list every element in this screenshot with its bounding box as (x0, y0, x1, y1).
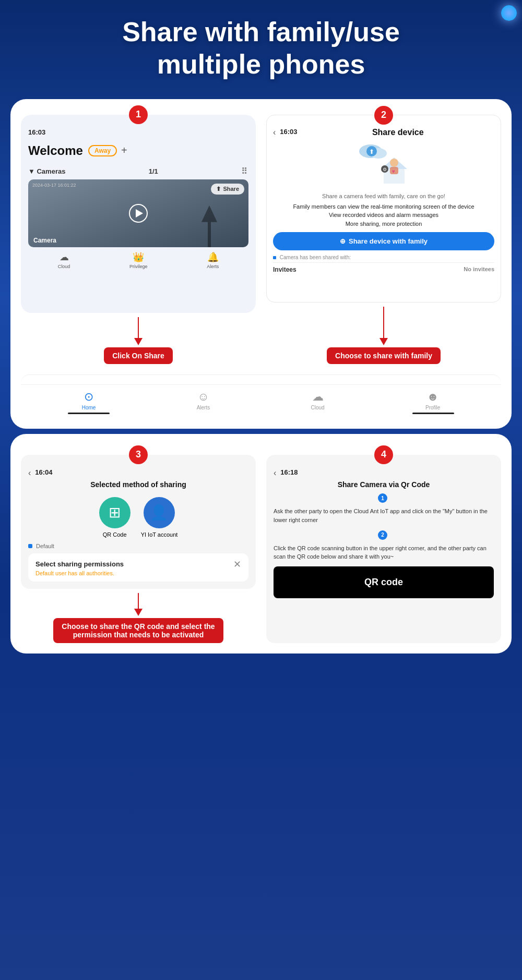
step3-title: Selected method of sharing (28, 480, 248, 489)
step4-title: Share Camera via Qr Code (274, 480, 494, 489)
svg-text:⚙: ⚙ (383, 167, 387, 172)
cameras-header: ▼ Cameras 1/1 ⠿ (28, 166, 248, 176)
step2-arrowhead (379, 338, 388, 345)
default-badge (28, 544, 32, 548)
step1-phone: 1 16:03 Welcome Away + ▼ Cameras 1/1 ⠿ (21, 115, 256, 313)
permission-subtitle: Default user has all authorities. (35, 570, 241, 576)
nav-home[interactable]: ⊙ Home (82, 390, 96, 410)
shared-indicator (273, 256, 276, 259)
step1-label: Click On Share (104, 347, 173, 364)
nav-underlines (21, 413, 501, 414)
step3-annotation-area: Choose to share the QR code and select t… (21, 593, 256, 643)
nav-alerts-icon: ☺ (197, 390, 210, 404)
svg-point-6 (390, 159, 398, 167)
nav-underline-home (68, 413, 110, 414)
step2-time: 16:03 (280, 128, 297, 136)
step2-back-arrow[interactable]: ‹ (273, 128, 276, 137)
step-row-1-2: 1 16:03 Welcome Away + ▼ Cameras 1/1 ⠿ (21, 115, 501, 364)
step3-label: Choose to share the QR code and select t… (53, 618, 223, 643)
step1-annotation-area: Click On Share (104, 317, 173, 364)
step1-arrow-line (138, 317, 139, 338)
step4-bubble: 4 (374, 445, 393, 464)
alerts-icon: 🔔 (207, 251, 219, 263)
svg-text:♥: ♥ (392, 168, 395, 174)
step1-time: 16:03 (28, 128, 45, 136)
camera-name: Camera (33, 237, 56, 244)
camera-feed[interactable]: 2024-03-17 16:01:22 ⬆ Share Camera (28, 179, 248, 247)
nav-underline-gap1 (183, 413, 224, 414)
no-invitees-text: No invitees (464, 266, 494, 273)
step2-features: Family members can view the real-time mo… (273, 202, 494, 228)
grid-dots-icon: ⠿ (241, 166, 248, 176)
step1-away-badge[interactable]: Away (88, 145, 117, 156)
play-button[interactable] (129, 204, 148, 223)
step3-arrowhead (134, 609, 143, 616)
yi-iot-icon-box: 👤 (144, 497, 175, 528)
step3-arrow-line (138, 593, 139, 609)
alerts-icon-item[interactable]: 🔔 Alerts (207, 251, 219, 269)
privilege-icon: 👑 (129, 251, 148, 263)
main-card: 1 16:03 Welcome Away + ▼ Cameras 1/1 ⠿ (10, 99, 512, 429)
steps-3-4-row: 3 ‹ 16:04 Selected method of sharing ⊞ Q… (21, 455, 501, 643)
plus-circle-icon: ⊕ (340, 237, 346, 245)
step4-header: ‹ 16:18 (274, 468, 494, 478)
steps-3-4-card: 3 ‹ 16:04 Selected method of sharing ⊞ Q… (10, 434, 512, 654)
cloud-icon: ☁ (58, 251, 70, 263)
step2-arrow-line (383, 307, 384, 338)
step2-annotation-area: Choose to share with family (327, 307, 441, 364)
step2-bubble: 2 (374, 106, 393, 125)
nav-cloud-icon: ☁ (311, 390, 325, 404)
step4-desc2: Click the QR code scanning button in the… (274, 544, 494, 561)
shared-with-text: Camera has been shared with: (273, 255, 494, 260)
step2-title: Share device (302, 128, 494, 137)
glow-dot (501, 5, 517, 21)
play-triangle-icon (136, 209, 143, 217)
nav-profile-icon: ☻ (425, 390, 440, 404)
step3-panel: 3 ‹ 16:04 Selected method of sharing ⊞ Q… (21, 455, 256, 589)
nav-underline-gap2 (298, 413, 339, 414)
step2-panel: 2 ‹ 16:03 Share device (266, 115, 501, 303)
qr-code-box: QR code (274, 566, 494, 598)
invitees-row: Invitees No invitees (273, 262, 494, 273)
step4-column: 4 ‹ 16:18 Share Camera via Qr Code 1 Ask… (266, 455, 501, 643)
step4-desc1: Ask the other party to open the Cloud An… (274, 507, 494, 524)
qr-code-option[interactable]: ⊞ QR Code (99, 497, 130, 538)
cloud-icon-item[interactable]: ☁ Cloud (58, 251, 70, 269)
camera-date: 2024-03-17 16:01:22 (32, 183, 76, 188)
step4-step1-row: 1 Ask the other party to open the Cloud … (274, 493, 494, 525)
nav-cloud[interactable]: ☁ Cloud (311, 390, 325, 410)
page-title: Share with family/use multiple phones (21, 16, 501, 81)
tree-silhouette (201, 205, 217, 247)
step4-back-arrow[interactable]: ‹ (274, 468, 276, 478)
step1-arrowhead (134, 338, 143, 345)
step3-time: 16:04 (35, 468, 52, 476)
cameras-count: 1/1 (149, 167, 158, 175)
permission-header: Select sharing permissions ✕ (35, 559, 241, 570)
home-icon: ⊙ (82, 390, 96, 404)
bottom-nav-section: ⊙ Home ☺ Alerts ☁ Cloud ☻ Profile (21, 374, 501, 418)
step3-back-arrow[interactable]: ‹ (28, 468, 31, 478)
header: Share with family/use multiple phones (0, 0, 522, 94)
close-permission-button[interactable]: ✕ (233, 559, 241, 570)
camera-icons-row: ☁ Cloud 👑 Privilege 🔔 Alerts (28, 251, 248, 269)
step2-column: 2 ‹ 16:03 Share device (266, 115, 501, 364)
step3-default-row: Default (28, 543, 248, 549)
qr-code-icon-box: ⊞ (99, 497, 130, 528)
nav-underline-profile (412, 413, 454, 414)
step1-plus-btn[interactable]: + (121, 144, 127, 156)
nav-profile[interactable]: ☻ Profile (425, 390, 440, 410)
house-illustration: ⬆ ♥ ⚙ (273, 142, 494, 189)
share-icon: ⬆ (216, 186, 221, 192)
share-family-button[interactable]: ⊕ Share device with family (273, 232, 494, 250)
nav-alerts[interactable]: ☺ Alerts (197, 390, 210, 410)
step3-header: ‹ 16:04 (28, 468, 248, 478)
step3-column: 3 ‹ 16:04 Selected method of sharing ⊞ Q… (21, 455, 256, 643)
privilege-icon-item[interactable]: 👑 Privilege (129, 251, 148, 269)
yi-iot-option[interactable]: 👤 YI IoT account (141, 497, 178, 538)
method-options: ⊞ QR Code 👤 YI IoT account (28, 497, 248, 538)
step4-panel: 4 ‹ 16:18 Share Camera via Qr Code 1 Ask… (266, 455, 501, 643)
step3-bubble: 3 (129, 445, 148, 464)
permission-title: Select sharing permissions (35, 560, 124, 568)
share-button[interactable]: ⬆ Share (211, 184, 244, 195)
step4-time: 16:18 (280, 468, 298, 476)
